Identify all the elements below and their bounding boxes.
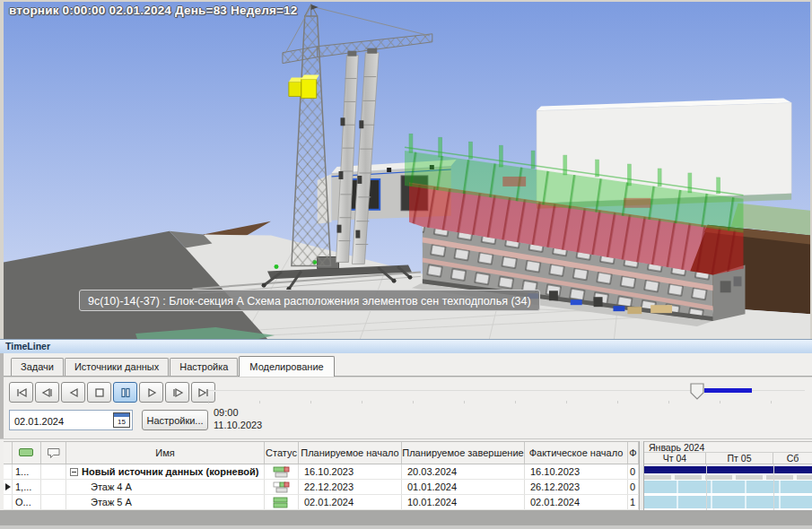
horizontal-scrollbar-track[interactable] [0,525,812,529]
settings-button[interactable]: Настройки... [142,410,208,430]
gantt-body[interactable] [644,464,812,510]
date-settings-row: 15 Настройки... 09:00 11.10.2023 [4,406,812,438]
row-indicator-cell [4,480,13,494]
comments-cell [41,495,66,509]
table-row-root[interactable]: 1... Новый источник данных (корневой) 1 [4,464,639,480]
playback-controls-row [4,377,812,406]
playback-button-group [9,382,215,403]
collapse-icon[interactable] [70,468,78,476]
play-button[interactable] [139,382,163,403]
row-indicator-cell [4,464,13,479]
task-status-cell [265,495,299,509]
step-back-button[interactable] [35,382,59,403]
step-back-icon [40,386,55,399]
actual-start-cell: 26.12.2023 [525,480,628,494]
simulation-date-input[interactable] [10,411,110,429]
slider-tick-marks [208,401,803,403]
task-name-text: Новый источник данных (корневой) [82,466,259,477]
simulation-status-text: вторник 0:00:00 02.01.2024 День=83 Недел… [9,4,298,17]
stop-button[interactable] [87,382,111,403]
grid-empty-area [0,510,812,525]
gantt-bar-root-planned [644,466,812,473]
gantt-day-header: Сб [773,453,812,464]
tab-data-sources[interactable]: Источники данных [65,358,169,376]
task-name-text: Этаж 5 А [91,497,132,507]
table-row-floor4[interactable]: 1,... Этаж 4 А 22.12.2023 0 [4,480,639,495]
row-indicator-column-header[interactable] [4,442,13,464]
tab-tasks[interactable]: Задачи [11,358,64,376]
gantt-day-header: Пт 05 [706,453,773,464]
rewind-to-start-button[interactable] [9,382,33,403]
rewind-to-start-icon [14,386,29,399]
actual-start-column-header[interactable]: Фактическое начало [525,442,628,464]
planned-start-cell: 02.01.2024 [299,495,402,509]
status-gantt-icon [273,466,291,478]
task-name-cell[interactable]: Этаж 4 А [66,480,265,494]
planned-start-column-header[interactable]: Планируемое начало [299,442,402,464]
active-status-icon [19,448,34,457]
data-source-cell: 1... [13,464,41,479]
play-reverse-button[interactable] [61,382,85,403]
actual-end-column-header-clipped[interactable]: Ф [628,442,639,464]
3d-viewport[interactable]: вторник 0:00:00 02.01.2024 День=83 Недел… [0,0,812,339]
planned-start-cell: 16.10.2023 [299,464,402,479]
status-column-header[interactable]: Статус [265,442,299,464]
timeliner-tabstrip: Задачи Источники данных Настройка Модели… [4,353,812,377]
planned-end-cell: 10.01.2024 [402,495,525,509]
3d-scene[interactable] [4,2,810,339]
data-source-cell: 1,... [13,480,41,494]
clipped-cell: 0 [628,480,639,494]
name-column-header[interactable]: Имя [66,442,265,464]
gantt-day-gridline [706,464,707,510]
simulation-clock-date: 11.10.2023 [214,419,262,431]
clipped-cell: 0 [628,464,639,479]
task-name-text: Этаж 4 А [91,481,132,492]
calendar-day-number: 15 [114,417,129,427]
selection-overlay-label: 9с(10)-14(-37) : Блок-секция А Схема рас… [79,290,540,311]
gantt-month-header: Январь 2024 [644,441,812,453]
planned-end-cell: 20.03.2024 [402,464,525,479]
application-window: вторник 0:00:00 02.01.2024 День=83 Недел… [0,0,812,529]
actual-start-cell: 02.01.2024 [525,495,628,509]
simulation-slider-thumb[interactable] [690,383,704,401]
task-name-cell[interactable]: Новый источник данных (корневой) [66,464,265,479]
planned-end-cell: 01.01.2024 [402,480,525,494]
forward-to-end-button[interactable] [191,382,215,403]
table-row-floor5[interactable]: О... Этаж 5 А 02.01.2024 10.01.2024 02.0… [4,495,639,510]
gantt-day-header: Чт 04 [644,453,706,464]
status-gantt-icon [273,497,291,508]
simulation-slider-fill [704,388,752,393]
task-status-cell [265,480,299,494]
comments-column-header[interactable] [41,442,66,464]
comment-bubble-icon [47,447,61,459]
pause-button[interactable] [113,382,137,403]
play-icon [144,386,159,399]
gantt-bar-floor4 [644,481,812,493]
step-forward-icon [170,386,185,399]
row-indicator-cell [4,495,13,509]
comments-cell [41,464,66,479]
active-column-header[interactable] [13,442,41,464]
tab-simulate[interactable]: Моделирование [239,356,334,377]
planned-end-column-header[interactable]: Планируемое завершение [402,442,525,464]
actual-start-cell: 16.10.2023 [525,464,628,479]
simulation-clock-time: 09:00 [214,406,262,419]
calendar-picker-button[interactable]: 15 [113,412,130,428]
play-reverse-icon [66,386,81,399]
stop-icon [92,386,107,399]
tab-configure[interactable]: Настройка [170,358,238,376]
current-row-arrow-icon [4,482,12,491]
data-source-cell: О... [13,495,41,509]
clipped-cell: 1 [628,495,639,509]
planned-start-cell: 22.12.2023 [299,480,402,494]
task-table: Имя Статус Планируемое начало Планируемо… [4,441,639,510]
gantt-bar-floor5 [644,496,812,508]
step-forward-button[interactable] [165,382,189,403]
timeliner-title-bar[interactable]: TimeLiner [0,340,812,353]
gantt-day-header-row: Чт 04 Пт 05 Сб [644,453,812,464]
task-grid: Имя Статус Планируемое начало Планируемо… [0,438,812,529]
task-name-cell[interactable]: Этаж 5 А [66,495,265,509]
date-field-wrapper: 15 [9,410,133,430]
comments-cell [41,480,66,494]
status-gantt-icon [273,481,291,493]
